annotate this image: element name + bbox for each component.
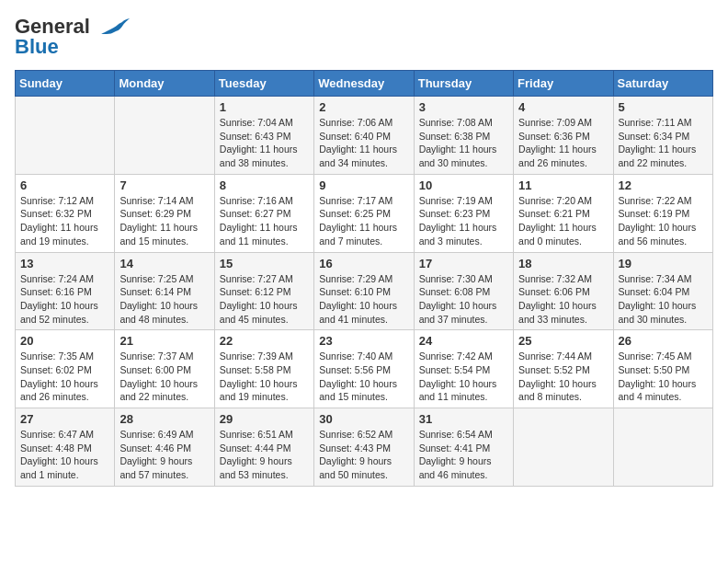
calendar-cell: 12Sunrise: 7:22 AM Sunset: 6:19 PM Dayli… (613, 174, 712, 252)
calendar-cell: 27Sunrise: 6:47 AM Sunset: 4:48 PM Dayli… (16, 408, 115, 487)
calendar-cell: 15Sunrise: 7:27 AM Sunset: 6:12 PM Dayli… (214, 252, 313, 330)
day-info: Sunrise: 7:16 AM Sunset: 6:27 PM Dayligh… (220, 194, 309, 248)
logo-blue-text: Blue (15, 35, 59, 59)
day-info: Sunrise: 7:29 AM Sunset: 6:10 PM Dayligh… (319, 272, 408, 327)
calendar-cell (16, 97, 115, 175)
calendar-cell: 23Sunrise: 7:40 AM Sunset: 5:56 PM Dayli… (314, 330, 414, 408)
day-of-week-header: Thursday (414, 71, 513, 97)
day-number: 19 (619, 257, 708, 270)
calendar-week-row: 6Sunrise: 7:12 AM Sunset: 6:32 PM Daylig… (16, 174, 713, 252)
calendar-table: SundayMondayTuesdayWednesdayThursdayFrid… (15, 70, 713, 487)
day-number: 8 (220, 178, 309, 192)
day-of-week-header: Tuesday (214, 71, 313, 97)
day-number: 6 (20, 178, 109, 192)
day-info: Sunrise: 7:04 AM Sunset: 6:43 PM Dayligh… (220, 116, 309, 170)
day-info: Sunrise: 7:22 AM Sunset: 6:19 PM Dayligh… (619, 194, 708, 248)
logo-bird-icon (97, 17, 131, 38)
day-info: Sunrise: 7:32 AM Sunset: 6:06 PM Dayligh… (518, 272, 608, 327)
day-number: 29 (220, 412, 309, 426)
day-number: 26 (619, 334, 708, 348)
day-number: 27 (20, 412, 109, 426)
calendar-cell: 20Sunrise: 7:35 AM Sunset: 6:02 PM Dayli… (16, 330, 115, 408)
day-info: Sunrise: 7:09 AM Sunset: 6:36 PM Dayligh… (518, 116, 608, 170)
day-info: Sunrise: 7:20 AM Sunset: 6:21 PM Dayligh… (518, 194, 608, 248)
day-info: Sunrise: 7:08 AM Sunset: 6:38 PM Dayligh… (419, 116, 508, 170)
calendar-cell: 4Sunrise: 7:09 AM Sunset: 6:36 PM Daylig… (514, 97, 613, 175)
day-number: 1 (220, 100, 309, 114)
day-number: 2 (319, 100, 408, 114)
day-number: 9 (319, 178, 408, 192)
calendar-cell (115, 97, 214, 175)
day-number: 5 (619, 100, 708, 114)
calendar-cell: 16Sunrise: 7:29 AM Sunset: 6:10 PM Dayli… (314, 252, 414, 330)
logo: General Blue (15, 15, 131, 59)
calendar-cell: 30Sunrise: 6:52 AM Sunset: 4:43 PM Dayli… (314, 408, 414, 487)
calendar-cell: 31Sunrise: 6:54 AM Sunset: 4:41 PM Dayli… (414, 408, 513, 487)
day-number: 22 (220, 334, 309, 348)
day-number: 21 (119, 334, 209, 348)
day-number: 14 (119, 257, 209, 270)
day-info: Sunrise: 7:14 AM Sunset: 6:29 PM Dayligh… (119, 194, 209, 248)
calendar-cell: 25Sunrise: 7:44 AM Sunset: 5:52 PM Dayli… (514, 330, 613, 408)
day-info: Sunrise: 7:24 AM Sunset: 6:16 PM Dayligh… (20, 272, 109, 327)
day-info: Sunrise: 7:12 AM Sunset: 6:32 PM Dayligh… (20, 194, 109, 248)
day-info: Sunrise: 6:54 AM Sunset: 4:41 PM Dayligh… (419, 428, 508, 482)
day-info: Sunrise: 7:42 AM Sunset: 5:54 PM Dayligh… (419, 350, 508, 404)
day-number: 28 (119, 412, 209, 426)
calendar-cell: 11Sunrise: 7:20 AM Sunset: 6:21 PM Dayli… (514, 174, 613, 252)
day-info: Sunrise: 7:06 AM Sunset: 6:40 PM Dayligh… (319, 116, 408, 170)
calendar-cell: 18Sunrise: 7:32 AM Sunset: 6:06 PM Dayli… (514, 252, 613, 330)
calendar-cell: 1Sunrise: 7:04 AM Sunset: 6:43 PM Daylig… (214, 97, 313, 175)
page-header: General Blue (15, 15, 713, 59)
day-info: Sunrise: 7:45 AM Sunset: 5:50 PM Dayligh… (619, 350, 708, 404)
day-number: 18 (518, 257, 608, 270)
day-number: 31 (419, 412, 508, 426)
calendar-cell: 29Sunrise: 6:51 AM Sunset: 4:44 PM Dayli… (214, 408, 313, 487)
days-header-row: SundayMondayTuesdayWednesdayThursdayFrid… (16, 71, 713, 97)
calendar-week-row: 20Sunrise: 7:35 AM Sunset: 6:02 PM Dayli… (16, 330, 713, 408)
day-info: Sunrise: 7:39 AM Sunset: 5:58 PM Dayligh… (220, 350, 309, 404)
calendar-cell: 14Sunrise: 7:25 AM Sunset: 6:14 PM Dayli… (115, 252, 214, 330)
day-number: 11 (518, 178, 608, 192)
calendar-cell: 24Sunrise: 7:42 AM Sunset: 5:54 PM Dayli… (414, 330, 513, 408)
calendar-cell: 28Sunrise: 6:49 AM Sunset: 4:46 PM Dayli… (115, 408, 214, 487)
calendar-week-row: 1Sunrise: 7:04 AM Sunset: 6:43 PM Daylig… (16, 97, 713, 175)
day-info: Sunrise: 7:35 AM Sunset: 6:02 PM Dayligh… (20, 350, 109, 404)
day-info: Sunrise: 7:37 AM Sunset: 6:00 PM Dayligh… (119, 350, 209, 404)
day-number: 30 (319, 412, 408, 426)
day-number: 4 (518, 100, 608, 114)
day-number: 17 (419, 257, 508, 270)
day-info: Sunrise: 7:40 AM Sunset: 5:56 PM Dayligh… (319, 350, 408, 404)
day-info: Sunrise: 7:30 AM Sunset: 6:08 PM Dayligh… (419, 272, 508, 327)
calendar-cell: 19Sunrise: 7:34 AM Sunset: 6:04 PM Dayli… (613, 252, 712, 330)
day-number: 3 (419, 100, 508, 114)
day-info: Sunrise: 7:17 AM Sunset: 6:25 PM Dayligh… (319, 194, 408, 248)
day-info: Sunrise: 7:11 AM Sunset: 6:34 PM Dayligh… (619, 116, 708, 170)
day-of-week-header: Friday (514, 71, 613, 97)
calendar-cell (514, 408, 613, 487)
day-of-week-header: Wednesday (314, 71, 414, 97)
calendar-cell (613, 408, 712, 487)
day-info: Sunrise: 6:51 AM Sunset: 4:44 PM Dayligh… (220, 428, 309, 482)
calendar-cell: 6Sunrise: 7:12 AM Sunset: 6:32 PM Daylig… (16, 174, 115, 252)
day-info: Sunrise: 7:44 AM Sunset: 5:52 PM Dayligh… (518, 350, 608, 404)
day-number: 13 (20, 257, 109, 270)
calendar-cell: 8Sunrise: 7:16 AM Sunset: 6:27 PM Daylig… (214, 174, 313, 252)
day-number: 12 (619, 178, 708, 192)
day-info: Sunrise: 7:34 AM Sunset: 6:04 PM Dayligh… (619, 272, 708, 327)
day-of-week-header: Monday (115, 71, 214, 97)
day-number: 10 (419, 178, 508, 192)
day-number: 15 (220, 257, 309, 270)
calendar-cell: 7Sunrise: 7:14 AM Sunset: 6:29 PM Daylig… (115, 174, 214, 252)
day-number: 25 (518, 334, 608, 348)
day-number: 16 (319, 257, 408, 270)
calendar-cell: 2Sunrise: 7:06 AM Sunset: 6:40 PM Daylig… (314, 97, 414, 175)
calendar-cell: 17Sunrise: 7:30 AM Sunset: 6:08 PM Dayli… (414, 252, 513, 330)
day-info: Sunrise: 7:25 AM Sunset: 6:14 PM Dayligh… (119, 272, 209, 327)
day-number: 7 (119, 178, 209, 192)
day-info: Sunrise: 7:19 AM Sunset: 6:23 PM Dayligh… (419, 194, 508, 248)
calendar-cell: 22Sunrise: 7:39 AM Sunset: 5:58 PM Dayli… (214, 330, 313, 408)
day-of-week-header: Sunday (16, 71, 115, 97)
day-info: Sunrise: 6:49 AM Sunset: 4:46 PM Dayligh… (119, 428, 209, 482)
calendar-week-row: 27Sunrise: 6:47 AM Sunset: 4:48 PM Dayli… (16, 408, 713, 487)
